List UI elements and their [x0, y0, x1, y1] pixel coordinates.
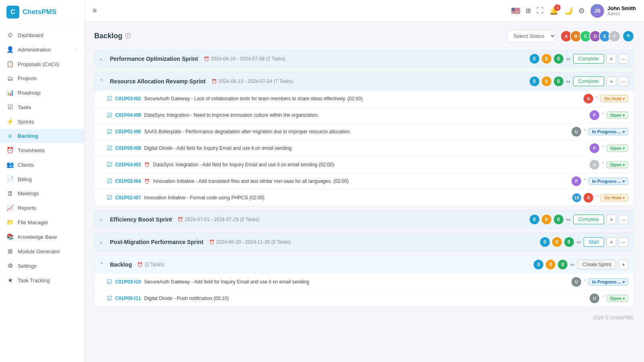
user-menu[interactable]: JS John Smith Admin [590, 4, 636, 18]
fullscreen-icon[interactable]: ⛶ [536, 6, 544, 15]
hamburger-icon[interactable]: ≡ [93, 6, 97, 15]
chevron-down-icon[interactable]: ˅ [602, 162, 604, 168]
sidebar-item-tasks[interactable]: ☑ Tasks [0, 100, 84, 114]
toggle-icon-s3[interactable]: › [100, 217, 107, 223]
theme-icon[interactable]: 🌙 [564, 6, 573, 15]
status-badge[interactable]: Open ▾ [607, 161, 628, 168]
sprint-header-s3[interactable]: › Efficiency Boost Sprint ⏰ 2024-07-01 -… [95, 211, 634, 228]
status-badge[interactable]: In Progress ... ▾ [588, 128, 628, 135]
toggle-icon-s4[interactable]: › [100, 239, 107, 245]
sprint-action-button-s2[interactable]: Complete [573, 77, 604, 86]
sidebar-item-sprints[interactable]: ⚡ Sprints [0, 114, 84, 129]
toggle-icon-s1[interactable]: › [100, 56, 107, 62]
more-button-s1[interactable]: ··· [619, 54, 628, 64]
add-button-s1[interactable]: + [607, 54, 616, 64]
task-checkbox[interactable]: ☑ [107, 194, 112, 201]
sidebar-item-proposals[interactable]: 📋 Proposals (CoCo) [0, 57, 84, 71]
more-button-s4[interactable]: ··· [619, 237, 628, 247]
task-checkbox[interactable]: ☑ [107, 95, 112, 102]
sidebar-item-clients[interactable]: 👥 Clients [0, 157, 84, 172]
view-icon-backlog[interactable]: ⇔ [570, 261, 575, 268]
notification-icon[interactable]: 🔔 0 [549, 6, 558, 15]
add-button-s4[interactable]: + [607, 237, 616, 247]
info-icon[interactable]: ⓘ [125, 33, 130, 40]
status-badge[interactable]: Open ▾ [607, 145, 628, 152]
status-select[interactable]: Select Status Open In Progress On Hold C… [507, 30, 556, 42]
status-badge[interactable]: On Hold ▾ [601, 194, 628, 201]
chevron-down-icon[interactable]: ˅ [584, 129, 586, 134]
sidebar-item-file-manager[interactable]: 📁 File Manager [0, 215, 84, 230]
task-id[interactable]: C01P03-I10 [115, 279, 141, 285]
chevron-down-icon[interactable]: ˅ [602, 145, 604, 151]
task-checkbox[interactable]: ☑ [107, 145, 112, 152]
view-icon-s4[interactable]: ⇔ [576, 239, 581, 245]
task-id[interactable]: C01P02-I04 [115, 178, 141, 184]
chevron-down-icon[interactable]: ˅ [584, 279, 586, 285]
task-checkbox[interactable]: ☑ [107, 112, 112, 119]
chevron-down-icon[interactable]: ˅ [602, 112, 604, 118]
task-row: ☑ C01P05-I11 Digital Divide - Push notif… [95, 290, 634, 306]
chevron-down-icon[interactable]: ˅ [596, 96, 598, 101]
status-badge[interactable]: Open ▾ [607, 295, 628, 302]
sidebar-item-settings[interactable]: ⚙ Settings [0, 259, 84, 273]
sidebar-item-roadmap[interactable]: 📊 Roadmap [0, 85, 84, 100]
count-blue-s3: 0 [530, 215, 539, 224]
sprint-action-button-s4[interactable]: Start [584, 237, 604, 247]
view-icon-s3[interactable]: ⇔ [566, 216, 571, 223]
add-task-button[interactable]: + [619, 260, 628, 269]
apps-icon[interactable]: ⊞ [526, 7, 531, 14]
status-badge[interactable]: On Hold ▾ [601, 95, 628, 102]
task-id[interactable]: C01P03-I02 [115, 96, 141, 101]
sidebar-item-task-tracking[interactable]: ★ Task Tracking [0, 273, 84, 288]
status-badge[interactable]: In Progress ... ▾ [588, 278, 628, 285]
view-icon-s1[interactable]: ⇔ [566, 56, 571, 62]
sprint-header-backlog[interactable]: ˅ Backlog ⏰ (2 Tasks) 0 0 0 ⇔ Create Spr… [95, 256, 634, 273]
clock-icon: ⏰ [178, 217, 183, 222]
sidebar-item-meetings[interactable]: 🗓 Meetings [0, 186, 84, 201]
sprint-header-s2[interactable]: ˅ Resource Allocation Revamp Sprint ⏰ 20… [95, 72, 634, 90]
avatar-5[interactable]: F [609, 30, 621, 42]
toggle-icon-backlog[interactable]: ˅ [100, 262, 107, 268]
toggle-icon-s2[interactable]: ˅ [100, 79, 107, 85]
sidebar-item-billing[interactable]: 📄 Billing [0, 172, 84, 186]
add-button-s3[interactable]: + [607, 215, 616, 224]
add-member-button[interactable]: + [622, 30, 634, 42]
sidebar-item-module-generator[interactable]: ⊞ Module Generator [0, 244, 84, 259]
task-id[interactable]: C01P04-I08 [115, 112, 141, 118]
create-sprint-button[interactable]: Create Sprint [577, 260, 616, 269]
sidebar-icon-meetings: 🗓 [6, 190, 14, 197]
sidebar-item-projects[interactable]: 🗂 Projects [0, 71, 84, 85]
more-button-s3[interactable]: ··· [619, 215, 628, 224]
sidebar-item-administration[interactable]: 👤 Administration › [0, 42, 84, 57]
sidebar-item-backlog[interactable]: ≡ Backlog [0, 129, 84, 143]
chevron-down-icon[interactable]: ˅ [602, 296, 604, 301]
sprint-action-button-s1[interactable]: Complete [573, 54, 604, 64]
sidebar-item-dashboard[interactable]: ⊙ Dashboard [0, 28, 84, 42]
more-button-s2[interactable]: ··· [619, 77, 628, 86]
add-button-s2[interactable]: + [607, 77, 616, 86]
task-id[interactable]: C01P02-I07 [115, 195, 141, 201]
task-checkbox[interactable]: ☑ [107, 295, 112, 302]
sprint-header-s4[interactable]: › Post-Migration Performance Sprint ⏰ 20… [95, 233, 634, 251]
task-checkbox[interactable]: ☑ [107, 178, 112, 185]
task-checkbox[interactable]: ☑ [107, 128, 112, 135]
sidebar-item-reports[interactable]: 📈 Reports [0, 201, 84, 215]
logo[interactable]: C ChetsPMS [0, 0, 84, 25]
sidebar-item-timesheets[interactable]: ⏰ Timesheets [0, 143, 84, 157]
chevron-down-icon[interactable]: ˅ [584, 178, 586, 184]
status-badge[interactable]: In Progress ... ▾ [588, 178, 628, 185]
flag-icon[interactable]: 🇺🇸 [511, 6, 520, 15]
view-icon-s2[interactable]: ⇔ [566, 78, 571, 85]
task-checkbox[interactable]: ☑ [107, 278, 112, 285]
task-id[interactable]: C01P04-I03 [115, 162, 141, 168]
task-id[interactable]: C01P01-I06 [115, 129, 141, 134]
status-badge[interactable]: Open ▾ [607, 112, 628, 119]
chevron-down-icon[interactable]: ˅ [596, 195, 598, 201]
sprint-header-s1[interactable]: › Performance Optimization Sprint ⏰ 2024… [95, 50, 634, 68]
task-id[interactable]: C01P05-I09 [115, 145, 141, 151]
task-id[interactable]: C01P05-I11 [115, 296, 141, 301]
sprint-action-button-s3[interactable]: Complete [573, 215, 604, 224]
sidebar-item-knowledge-base[interactable]: 📚 Knowledge Base [0, 230, 84, 244]
task-checkbox[interactable]: ☑ [107, 161, 112, 168]
settings-icon[interactable]: ⚙ [578, 6, 585, 15]
